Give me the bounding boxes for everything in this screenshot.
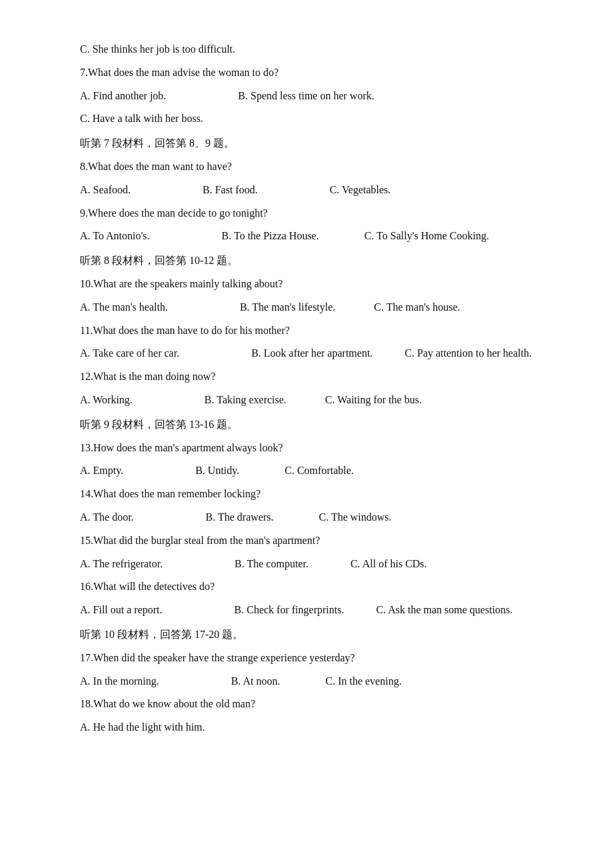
options-13: A. Empty. B. Untidy. C. Comfortable. (80, 461, 533, 481)
option-7a: A. Find another job. (80, 90, 166, 101)
question-9: 9.Where does the man decide to go tonigh… (80, 204, 533, 223)
question-15: 15.What did the burglar steal from the m… (80, 531, 533, 551)
option-15b: B. The computer. (235, 558, 308, 569)
option-7c: C. Have a talk with her boss. (80, 109, 533, 129)
option-14b: B. The drawers. (206, 511, 274, 523)
option-13c: C. Comfortable. (285, 465, 354, 476)
option-16a: A. Fill out a report. (80, 604, 163, 615)
question-10: 10.What are the speakers mainly talking … (80, 275, 533, 294)
option-10c: C. The man's house. (374, 301, 460, 313)
option-12a: A. Working. (80, 394, 133, 405)
option-14a: A. The door. (80, 511, 134, 523)
option-15a: A. The refrigerator. (80, 558, 163, 569)
section-header-10-12: 听第 8 段材料，回答第 10-12 题。 (80, 251, 533, 271)
option-17b: B. At noon. (231, 675, 281, 687)
option-9c: C. To Sally's Home Cooking. (364, 230, 489, 241)
option-9a: A. To Antonio's. (80, 230, 150, 241)
question-8: 8.What does the man want to have? (80, 157, 533, 177)
option-13b: B. Untidy. (195, 465, 239, 476)
option-10b: B. The man's lifestyle. (240, 301, 335, 313)
option-15c: C. All of his CDs. (350, 558, 427, 569)
option-9b: B. To the Pizza House. (222, 230, 319, 241)
options-16: A. Fill out a report. B. Check for finge… (80, 601, 533, 620)
option-12b: B. Taking exercise. (205, 394, 287, 405)
options-14: A. The door. B. The drawers. C. The wind… (80, 508, 533, 527)
question-12: 12.What is the man doing now? (80, 367, 533, 387)
section-header-13-16: 听第 9 段材料，回答第 13-16 题。 (80, 415, 533, 435)
options-15: A. The refrigerator. B. The computer. C.… (80, 555, 533, 574)
option-13a: A. Empty. (80, 465, 123, 476)
section-header-17-20: 听第 10 段材料，回答第 17-20 题。 (80, 625, 533, 645)
question-13: 13.How does the man's apartment always l… (80, 439, 533, 458)
option-17c: C. In the evening. (325, 675, 401, 687)
option-11c: C. Pay attention to her health. (404, 347, 532, 359)
option-16b: B. Check for fingerprints. (235, 604, 344, 615)
option-18a: A. He had the light with him. (80, 718, 533, 737)
options-17: A. In the morning. B. At noon. C. In the… (80, 672, 533, 691)
section-header-8-9: 听第 7 段材料，回答第 8、9 题。 (80, 134, 533, 153)
option-10a: A. The man's health. (80, 301, 168, 313)
options-11: A. Take care of her car. B. Look after h… (80, 344, 533, 363)
question-11: 11.What does the man have to do for his … (80, 321, 533, 341)
item-c-7-prev: C. She thinks her job is too difficult. (80, 40, 533, 59)
option-16c: C. Ask the man some questions. (376, 604, 512, 615)
option-11a: A. Take care of her car. (80, 347, 179, 359)
option-7b: B. Spend less time on her work. (238, 90, 374, 101)
question-7: 7.What does the man advise the woman to … (80, 63, 533, 83)
question-17: 17.When did the speaker have the strange… (80, 649, 533, 668)
question-18: 18.What do we know about the old man? (80, 695, 533, 714)
option-12c: C. Waiting for the bus. (325, 394, 422, 405)
option-11b: B. Look after her apartment. (251, 347, 372, 359)
options-9: A. To Antonio's. B. To the Pizza House. … (80, 227, 533, 246)
option-8b: B. Fast food. (203, 184, 258, 195)
options-12: A. Working. B. Taking exercise. C. Waiti… (80, 391, 533, 410)
options-8: A. Seafood. B. Fast food. C. Vegetables. (80, 181, 533, 200)
option-8c: C. Vegetables. (330, 184, 391, 195)
options-10: A. The man's health. B. The man's lifest… (80, 298, 533, 317)
options-7ab: A. Find another job. B. Spend less time … (80, 87, 533, 106)
option-14c: C. The windows. (319, 511, 392, 523)
question-14: 14.What does the man remember locking? (80, 485, 533, 504)
option-8a: A. Seafood. (80, 184, 131, 195)
page-content: C. She thinks her job is too difficult. … (80, 40, 533, 737)
option-17a: A. In the morning. (80, 675, 159, 687)
question-16: 16.What will the detectives do? (80, 577, 533, 597)
